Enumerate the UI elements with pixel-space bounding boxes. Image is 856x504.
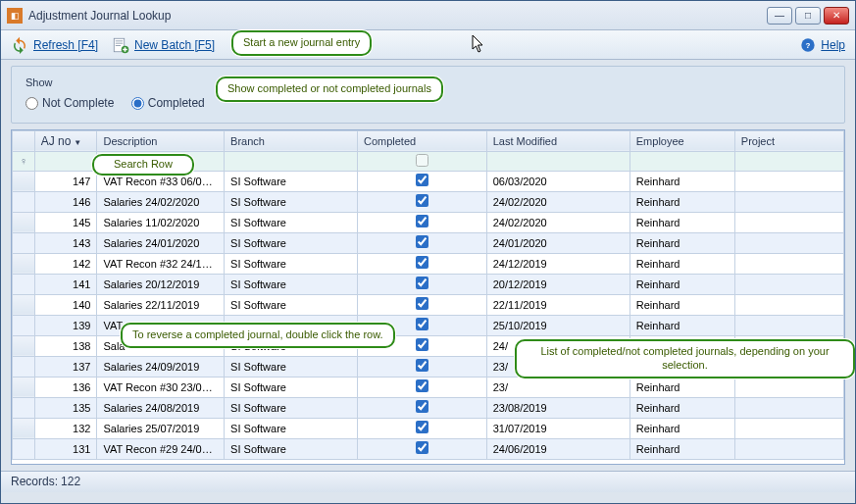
row-indicator (13, 356, 35, 377)
cell-mod: 20/12/2019 (486, 274, 629, 294)
cell-desc: Salaries 24/08/2019 (97, 397, 225, 418)
cell-aj: 141 (34, 274, 97, 294)
table-row[interactable]: 141Salaries 20/12/2019SI Software20/12/2… (13, 274, 844, 294)
cell-aj: 146 (34, 191, 97, 212)
cell-emp: Reinhard (629, 294, 734, 315)
cell-emp: Reinhard (629, 438, 734, 459)
cell-aj: 135 (34, 397, 97, 418)
new-batch-button[interactable]: New Batch [F5] (112, 36, 215, 54)
cell-proj (734, 232, 843, 253)
cell-aj: 137 (34, 356, 97, 377)
cell-aj: 132 (34, 418, 97, 438)
cell-mod: 24/06/2019 (486, 438, 629, 459)
cell-completed (357, 171, 486, 191)
search-emp[interactable] (629, 151, 734, 171)
cell-branch: SI Software (225, 212, 358, 232)
col-project[interactable]: Project (734, 130, 843, 151)
callout-new-batch: Start a new journal entry (231, 30, 372, 56)
cell-mod: 24/02/2020 (486, 191, 629, 212)
table-row[interactable]: 143Salaries 24/01/2020SI Software24/01/2… (13, 232, 844, 253)
cell-completed (357, 397, 486, 418)
row-indicator (13, 253, 35, 274)
table-row[interactable]: 145Salaries 11/02/2020SI Software24/02/2… (13, 212, 844, 232)
cell-desc: Salaries 24/01/2020 (97, 232, 225, 253)
cell-mod: 24/02/2020 (486, 212, 629, 232)
search-completed[interactable] (357, 151, 486, 171)
cell-mod: 22/11/2019 (486, 294, 629, 315)
help-button[interactable]: ? Help (800, 37, 845, 53)
records-label: Records: (11, 475, 58, 488)
search-aj[interactable] (34, 151, 97, 171)
journal-table: AJ no▼ Description Branch Completed Last… (12, 130, 844, 460)
table-row[interactable]: 131VAT Recon #29 24/06/...SI Software24/… (13, 438, 844, 459)
refresh-icon (11, 36, 28, 54)
cell-proj (734, 171, 843, 191)
col-description[interactable]: Description (97, 130, 225, 151)
cell-completed (357, 418, 486, 438)
radio-completed[interactable]: Completed (131, 96, 205, 110)
help-icon: ? (800, 37, 816, 53)
cell-aj: 138 (34, 335, 97, 356)
cell-completed (357, 212, 486, 232)
search-branch[interactable] (225, 151, 358, 171)
refresh-button[interactable]: Refresh [F4] (11, 36, 98, 54)
cell-mod: 06/03/2020 (486, 171, 629, 191)
cell-proj (734, 212, 843, 232)
cell-aj: 139 (34, 315, 97, 335)
minimize-button[interactable]: — (767, 7, 792, 25)
table-row[interactable]: 142VAT Recon #32 24/12/...SI Software24/… (13, 253, 844, 274)
new-batch-icon (112, 36, 129, 54)
cell-proj (734, 274, 843, 294)
maximize-button[interactable]: □ (795, 7, 821, 25)
cell-desc: Salaries 11/02/2020 (97, 212, 225, 232)
cell-proj (734, 315, 843, 335)
col-last-modified[interactable]: Last Modified (486, 130, 629, 151)
radio-not-complete-label: Not Complete (42, 96, 114, 110)
cell-desc: VAT Recon #30 23/08/... (97, 377, 225, 397)
records-count: 122 (61, 475, 80, 488)
cell-proj (734, 191, 843, 212)
cell-aj: 147 (34, 171, 97, 191)
col-aj-no[interactable]: AJ no▼ (34, 130, 97, 151)
cell-branch: SI Software (225, 191, 358, 212)
table-row[interactable]: 132Salaries 25/07/2019SI Software31/07/2… (13, 418, 844, 438)
cell-completed (357, 294, 486, 315)
cell-completed (357, 232, 486, 253)
cell-emp: Reinhard (629, 232, 734, 253)
table-row[interactable]: 135Salaries 24/08/2019SI Software23/08/2… (13, 397, 844, 418)
cell-emp: Reinhard (629, 418, 734, 438)
cell-desc: Salaries 20/12/2019 (97, 274, 225, 294)
search-mod[interactable] (486, 151, 629, 171)
row-indicator (13, 418, 35, 438)
grid[interactable]: AJ no▼ Description Branch Completed Last… (11, 129, 845, 465)
status-bar: Records: 122 (1, 471, 855, 492)
table-row[interactable]: 146Salaries 24/02/2020SI Software24/02/2… (13, 191, 844, 212)
radio-completed-label: Completed (148, 96, 205, 110)
cell-completed (357, 253, 486, 274)
cell-aj: 145 (34, 212, 97, 232)
col-branch[interactable]: Branch (225, 130, 358, 151)
row-indicator (13, 274, 35, 294)
close-button[interactable]: ✕ (824, 7, 849, 25)
col-completed[interactable]: Completed (357, 130, 486, 151)
sort-desc-icon: ▼ (74, 138, 81, 147)
table-row[interactable]: 140Salaries 22/11/2019SI Software22/11/2… (13, 294, 844, 315)
cell-aj: 143 (34, 232, 97, 253)
cell-proj (734, 397, 843, 418)
cell-aj: 131 (34, 438, 97, 459)
cell-branch: SI Software (225, 171, 358, 191)
cell-proj (734, 294, 843, 315)
toolbar: Refresh [F4] New Batch [F5] ? Help (1, 30, 855, 60)
cell-completed (357, 377, 486, 397)
cell-aj: 142 (34, 253, 97, 274)
col-employee[interactable]: Employee (629, 130, 734, 151)
radio-not-complete[interactable]: Not Complete (25, 96, 114, 110)
cell-branch: SI Software (225, 397, 358, 418)
row-selector-header[interactable] (13, 130, 35, 151)
cell-aj: 140 (34, 294, 97, 315)
cell-branch: SI Software (225, 438, 358, 459)
cell-mod: 25/10/2019 (486, 315, 629, 335)
cell-emp: Reinhard (629, 212, 734, 232)
table-row[interactable]: 136VAT Recon #30 23/08/...SI Software23/… (13, 377, 844, 397)
search-proj[interactable] (734, 151, 843, 171)
